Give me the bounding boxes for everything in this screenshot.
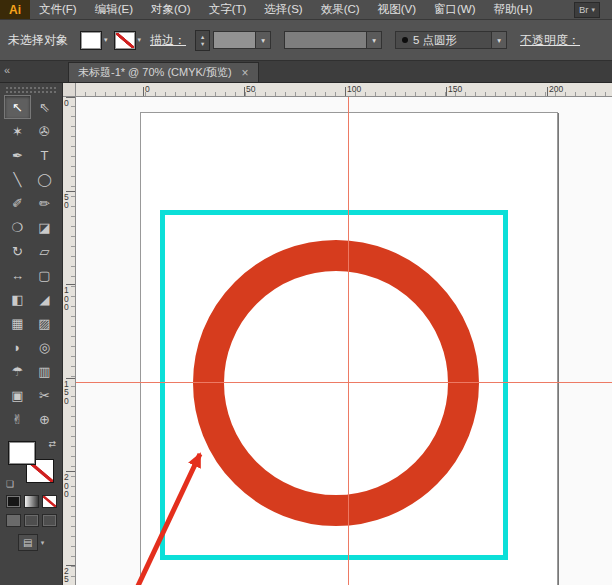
ruler-tick bbox=[143, 87, 144, 96]
menu-item-help[interactable]: 帮助(H) bbox=[485, 0, 542, 19]
pencil-tool[interactable]: ✏ bbox=[31, 191, 58, 215]
gradient-tool[interactable]: ▨ bbox=[31, 311, 58, 335]
blob-brush-tool[interactable]: ❍ bbox=[4, 215, 31, 239]
selection-tool[interactable]: ↖ bbox=[4, 95, 31, 119]
scale-tool[interactable]: ▱ bbox=[31, 239, 58, 263]
tools-grid: ↖⇖✶✇✒T╲◯✐✏❍◪↻▱↔▢◧◢▦▨◗◎☂▥▣✂✌⊕ bbox=[0, 95, 62, 431]
ruler-tick bbox=[547, 87, 548, 96]
vertical-guide[interactable] bbox=[348, 97, 349, 585]
collapse-panels-icon[interactable]: « bbox=[4, 64, 10, 76]
brush-definition-dropdown[interactable]: 5 点圆形 ▾ bbox=[395, 31, 507, 49]
column-graph-tool[interactable]: ▥ bbox=[31, 359, 58, 383]
v-ruler-label: 2 0 0 bbox=[64, 473, 69, 499]
brush-preview-icon bbox=[402, 37, 408, 43]
fill-color-swatch[interactable] bbox=[80, 31, 102, 50]
free-transform-tool[interactable]: ▢ bbox=[31, 263, 58, 287]
none-button[interactable] bbox=[42, 495, 57, 508]
stroke-color-swatch[interactable] bbox=[114, 31, 136, 50]
menu-item-file[interactable]: 文件(F) bbox=[30, 0, 86, 19]
stepper-down-icon[interactable]: ▾ bbox=[201, 40, 204, 47]
canvas[interactable] bbox=[76, 97, 612, 585]
horizontal-ruler[interactable]: 050100150200 bbox=[76, 83, 612, 97]
swap-fill-stroke-icon[interactable]: ⇄ bbox=[48, 439, 56, 449]
slice-tool[interactable]: ✂ bbox=[31, 383, 58, 407]
artboard-tool[interactable]: ▣ bbox=[4, 383, 31, 407]
vertical-ruler[interactable]: 05 01 0 01 5 02 0 02 5 0 bbox=[62, 97, 76, 585]
v-ruler-label: 2 5 0 bbox=[64, 567, 69, 585]
menu-item-window[interactable]: 窗口(W) bbox=[425, 0, 485, 19]
menu-bar: Ai 文件(F)编辑(E)对象(O)文字(T)选择(S)效果(C)视图(V)窗口… bbox=[0, 0, 612, 20]
v-ruler-label: 1 0 0 bbox=[64, 286, 69, 312]
chevron-down-icon[interactable]: ▾ bbox=[491, 32, 506, 48]
panel-grip[interactable] bbox=[5, 86, 57, 93]
tab-close-icon[interactable]: × bbox=[242, 67, 249, 79]
draw-inside-button[interactable] bbox=[42, 514, 57, 527]
app-logo[interactable]: Ai bbox=[0, 0, 30, 19]
menu-item-object[interactable]: 对象(O) bbox=[142, 0, 200, 19]
rotate-tool[interactable]: ↻ bbox=[4, 239, 31, 263]
bridge-button[interactable]: Br ▾ bbox=[574, 2, 600, 18]
v-ruler-label: 5 0 bbox=[64, 193, 69, 210]
chevron-down-icon: ▾ bbox=[591, 6, 595, 14]
stroke-dropdown-icon[interactable]: ▾ bbox=[138, 36, 142, 44]
magic-wand-tool[interactable]: ✶ bbox=[4, 119, 31, 143]
line-segment-tool[interactable]: ╲ bbox=[4, 167, 31, 191]
chevron-down-icon[interactable]: ▾ bbox=[255, 32, 270, 48]
default-fill-stroke-icon[interactable]: ❏ bbox=[6, 479, 14, 489]
fill-swatch[interactable] bbox=[8, 441, 36, 465]
fill-dropdown-icon[interactable]: ▾ bbox=[104, 36, 108, 44]
paintbrush-tool[interactable]: ✐ bbox=[4, 191, 31, 215]
stroke-weight-stepper[interactable]: ▴ ▾ bbox=[195, 30, 210, 51]
stroke-weight-dropdown[interactable]: ▾ bbox=[213, 31, 271, 49]
gradient-button[interactable] bbox=[24, 495, 39, 508]
hand-tool[interactable]: ✌ bbox=[4, 407, 31, 431]
opacity-panel-link[interactable]: 不透明度： bbox=[520, 32, 580, 49]
selected-square-path[interactable] bbox=[160, 210, 508, 560]
workspace: ↖⇖✶✇✒T╲◯✐✏❍◪↻▱↔▢◧◢▦▨◗◎☂▥▣✂✌⊕ ⇄ ❏ ▤ ▾ bbox=[0, 83, 612, 585]
v-ruler-label: 0 bbox=[64, 99, 69, 108]
lasso-tool[interactable]: ✇ bbox=[31, 119, 58, 143]
control-bar: 未选择对象 ▾ ▾ 描边： ▴ ▾ ▾ ▾ 5 点圆形 ▾ 不透明度： bbox=[0, 20, 612, 61]
draw-normal-button[interactable] bbox=[6, 514, 21, 527]
width-profile-dropdown[interactable]: ▾ bbox=[284, 31, 382, 49]
menu-item-view[interactable]: 视图(V) bbox=[369, 0, 425, 19]
draw-behind-button[interactable] bbox=[24, 514, 39, 527]
v-ruler-label: 1 5 0 bbox=[64, 380, 69, 406]
menu-item-edit[interactable]: 编辑(E) bbox=[86, 0, 142, 19]
canvas-area: 050100150200 05 01 0 01 5 02 0 02 5 0 bbox=[62, 83, 612, 585]
stroke-panel-link[interactable]: 描边： bbox=[150, 32, 186, 49]
document-tab[interactable]: 未标题-1* @ 70% (CMYK/预览) × bbox=[68, 62, 259, 82]
mesh-tool[interactable]: ▦ bbox=[4, 311, 31, 335]
color-button[interactable] bbox=[6, 495, 21, 508]
zoom-tool[interactable]: ⊕ bbox=[31, 407, 58, 431]
eraser-tool[interactable]: ◪ bbox=[31, 215, 58, 239]
h-ruler-label: 100 bbox=[347, 84, 361, 94]
fill-stroke-control: ⇄ ❏ bbox=[6, 439, 56, 489]
menu-item-effect[interactable]: 效果(C) bbox=[312, 0, 369, 19]
menu-item-select[interactable]: 选择(S) bbox=[255, 0, 311, 19]
eyedropper-tool[interactable]: ◗ bbox=[4, 335, 31, 359]
screen-mode-button[interactable]: ▤ bbox=[18, 534, 38, 551]
menu-item-type[interactable]: 文字(T) bbox=[200, 0, 256, 19]
ruler-tick bbox=[446, 87, 447, 96]
stepper-up-icon[interactable]: ▴ bbox=[201, 33, 204, 40]
pen-tool[interactable]: ✒ bbox=[4, 143, 31, 167]
blend-tool[interactable]: ◎ bbox=[31, 335, 58, 359]
horizontal-guide[interactable] bbox=[76, 382, 612, 383]
ruler-tick bbox=[244, 87, 245, 96]
tools-panel: ↖⇖✶✇✒T╲◯✐✏❍◪↻▱↔▢◧◢▦▨◗◎☂▥▣✂✌⊕ ⇄ ❏ ▤ ▾ bbox=[0, 83, 63, 585]
ellipse-tool[interactable]: ◯ bbox=[31, 167, 58, 191]
shape-builder-tool[interactable]: ◧ bbox=[4, 287, 31, 311]
symbol-sprayer-tool[interactable]: ☂ bbox=[4, 359, 31, 383]
menu-list: 文件(F)编辑(E)对象(O)文字(T)选择(S)效果(C)视图(V)窗口(W)… bbox=[30, 0, 541, 19]
ruler-origin-corner[interactable] bbox=[62, 83, 76, 97]
chevron-down-icon[interactable]: ▾ bbox=[366, 32, 381, 48]
h-ruler-label: 200 bbox=[549, 84, 563, 94]
direct-selection-tool[interactable]: ⇖ bbox=[31, 95, 58, 119]
type-tool[interactable]: T bbox=[31, 143, 58, 167]
document-tab-bar: « 未标题-1* @ 70% (CMYK/预览) × bbox=[0, 61, 612, 83]
ruler-tick bbox=[345, 87, 346, 96]
width-tool[interactable]: ↔ bbox=[4, 263, 31, 287]
perspective-grid-tool[interactable]: ◢ bbox=[31, 287, 58, 311]
h-ruler-label: 0 bbox=[145, 84, 150, 94]
